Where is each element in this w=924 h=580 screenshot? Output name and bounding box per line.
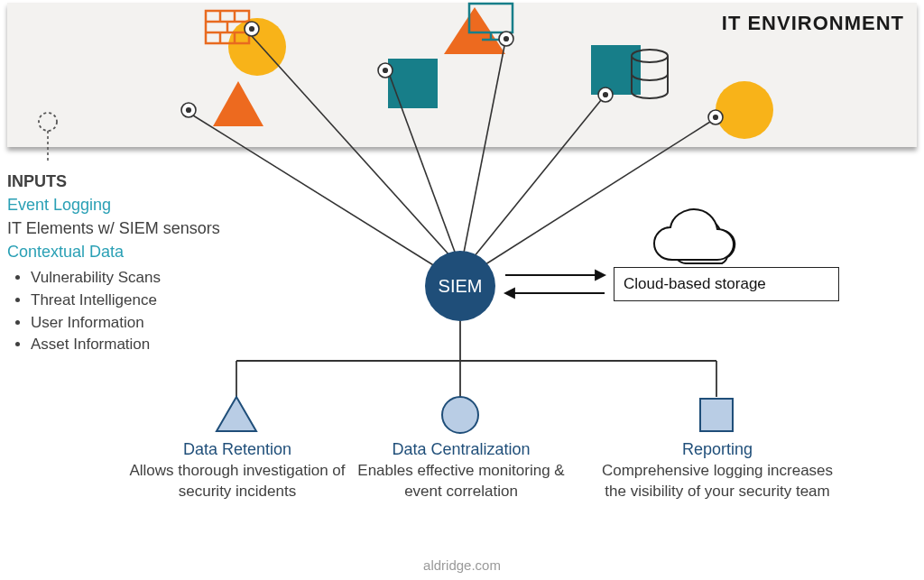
feature-desc: Enables effective monitoring & event cor… <box>339 461 583 502</box>
siem-cloud-arrows <box>505 271 605 298</box>
feature-data-retention: Data Retention Allows thorough investiga… <box>116 440 359 502</box>
environment-title: IT ENVIRONMENT <box>722 12 904 35</box>
feature-title: Data Retention <box>116 440 359 459</box>
inputs-bullet: Threat Intelligence <box>31 290 287 312</box>
svg-marker-36 <box>505 289 514 298</box>
inputs-panel: INPUTS Event Logging IT Elements w/ SIEM… <box>7 170 287 356</box>
cloud-storage-label: Cloud-based storage <box>624 275 766 293</box>
feature-data-centralization: Data Centralization Enables effective mo… <box>339 440 583 502</box>
cloud-icon-clean <box>654 209 734 260</box>
footer-site: aldridge.com <box>0 557 924 573</box>
inputs-title: INPUTS <box>7 170 287 193</box>
svg-marker-34 <box>596 271 605 280</box>
inputs-bullet-list: Vulnerability Scans Threat Intelligence … <box>7 267 287 356</box>
inputs-bullet: Vulnerability Scans <box>31 267 287 290</box>
inputs-bullet: User Information <box>31 312 287 335</box>
inputs-bullet: Asset Information <box>31 334 287 356</box>
feature-shape-circle <box>442 397 478 433</box>
feature-title: Reporting <box>596 440 839 459</box>
feature-desc: Allows thorough investigation of securit… <box>116 461 359 502</box>
feature-shape-square <box>700 399 733 431</box>
cloud-icon <box>672 218 735 263</box>
inputs-sensors: IT Elements w/ SIEM sensors <box>7 216 287 240</box>
inputs-contextual: Contextual Data <box>7 240 287 263</box>
feature-reporting: Reporting Comprehensive logging increase… <box>596 440 839 502</box>
siem-label: SIEM <box>439 276 483 297</box>
environment-band: IT ENVIRONMENT <box>7 3 917 147</box>
feature-title: Data Centralization <box>339 440 583 459</box>
feature-shape-triangle <box>217 397 256 431</box>
connector-lines-bottom <box>236 321 716 397</box>
siem-node: SIEM <box>425 251 495 321</box>
inputs-event-logging: Event Logging <box>7 193 287 216</box>
feature-desc: Comprehensive logging increases the visi… <box>596 461 839 502</box>
cloud-storage-box: Cloud-based storage <box>614 267 839 301</box>
